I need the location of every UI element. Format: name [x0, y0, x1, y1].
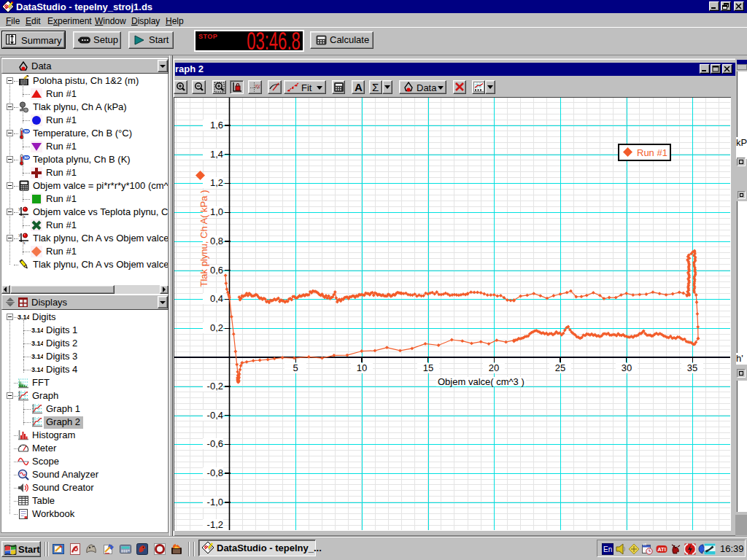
svg-text:3.14: 3.14 — [31, 327, 43, 334]
svg-text:y: y — [19, 206, 21, 211]
svg-text:KTD: KTD — [23, 130, 30, 133]
svg-text:x: x — [23, 214, 26, 218]
svg-text:3.14: 3.14 — [31, 340, 43, 347]
svg-text:y: y — [19, 233, 21, 237]
svg-text:KTD: KTD — [23, 156, 30, 160]
svg-text:18: 18 — [643, 543, 647, 546]
svg-text:En: En — [603, 545, 612, 553]
svg-text:3.14: 3.14 — [31, 353, 43, 360]
svg-text:3.14: 3.14 — [31, 366, 43, 373]
svg-text:xy: xy — [255, 83, 261, 89]
svg-text:x: x — [23, 241, 26, 244]
svg-text:ATI: ATI — [657, 546, 666, 553]
